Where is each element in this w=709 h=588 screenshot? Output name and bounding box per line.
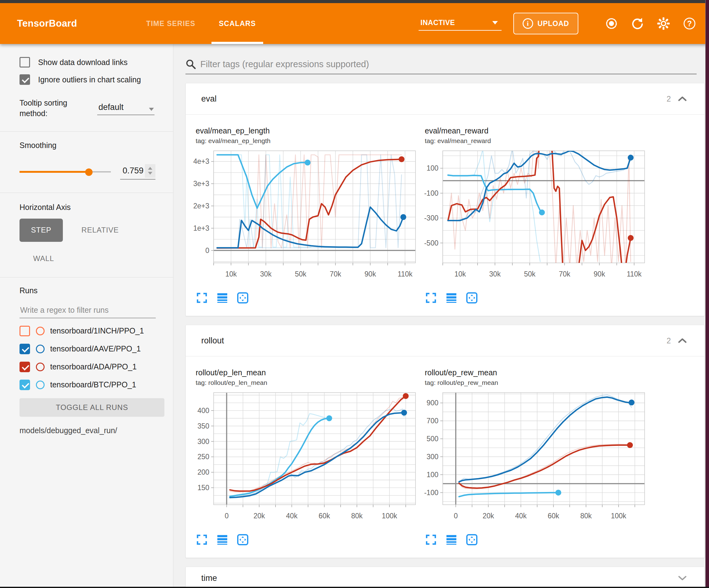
svg-text:50k: 50k <box>295 270 307 278</box>
runs-list: tensorboard/1INCH/PPO_1 tensorboard/AAVE… <box>20 326 164 390</box>
chevron-up-icon[interactable] <box>678 96 687 102</box>
expand-chart-icon[interactable] <box>425 534 437 546</box>
svg-text:200: 200 <box>198 468 209 476</box>
spinner-down-icon[interactable] <box>148 172 152 175</box>
settings-sidebar: Show data download links Ignore outliers… <box>0 44 174 588</box>
settings-gear-icon[interactable] <box>656 17 671 31</box>
expand-chart-icon[interactable] <box>425 292 437 304</box>
fit-domain-icon[interactable] <box>466 534 478 546</box>
svg-text:40k: 40k <box>286 512 298 520</box>
checkbox-unchecked[interactable] <box>20 57 30 68</box>
line-chart[interactable]: 10k30k50k70k90k110k100-100-300-500 <box>419 149 648 290</box>
chart-title: rollout/ep_len_mean <box>196 368 419 377</box>
svg-text:90k: 90k <box>364 270 376 278</box>
chart-card-eval-mean-reward: eval/mean_reward tag: eval/mean_reward 1… <box>419 126 648 307</box>
upload-button[interactable]: UPLOAD <box>513 13 578 34</box>
svg-text:500: 500 <box>427 435 439 443</box>
expand-chart-icon[interactable] <box>196 292 208 304</box>
show-download-links-checkbox[interactable]: Show data download links <box>20 57 164 68</box>
svg-text:60k: 60k <box>548 512 559 520</box>
smoothing-label: Smoothing <box>20 141 164 150</box>
tag-filter[interactable] <box>185 59 697 74</box>
chart-title: eval/mean_ep_length <box>196 126 419 135</box>
svg-text:250: 250 <box>198 453 209 461</box>
section-header-rollout[interactable]: rollout 2 <box>186 325 704 356</box>
section-card-time[interactable]: time <box>185 567 705 588</box>
app-header: TensorBoard TIME SERIES SCALARS INACTIVE… <box>0 3 709 44</box>
data-rows-icon[interactable] <box>216 534 229 546</box>
tab-bar: TIME SERIES SCALARS <box>134 3 267 44</box>
runs-label: Runs <box>20 286 164 295</box>
data-rows-icon[interactable] <box>445 534 457 546</box>
tab-scalars[interactable]: SCALARS <box>207 3 268 44</box>
line-chart[interactable]: 10k30k50k70k90k110k01e+32e+33e+34e+3 <box>189 149 419 290</box>
help-icon[interactable] <box>682 17 697 31</box>
chart-tag: tag: eval/mean_ep_length <box>196 137 419 145</box>
main-content: eval 2 eval/mean_ep_length tag: eval/mea… <box>174 44 705 588</box>
ignore-outliers-checkbox[interactable]: Ignore outliers in chart scaling <box>20 74 164 85</box>
refresh-icon[interactable] <box>630 17 645 31</box>
svg-text:2e+3: 2e+3 <box>193 202 209 210</box>
chevron-down-icon[interactable] <box>678 575 687 581</box>
section-count: 2 <box>666 95 671 103</box>
data-rows-icon[interactable] <box>216 292 229 304</box>
section-header-eval[interactable]: eval 2 <box>186 83 704 114</box>
chart-card-eval-mean-ep-length: eval/mean_ep_length tag: eval/mean_ep_le… <box>189 126 419 307</box>
svg-text:150: 150 <box>198 484 209 492</box>
svg-text:900: 900 <box>427 399 439 407</box>
slider-thumb[interactable] <box>85 169 93 176</box>
chart-title: eval/mean_reward <box>425 126 648 135</box>
upload-status-dropdown[interactable]: INACTIVE <box>419 17 502 31</box>
svg-text:1e+3: 1e+3 <box>193 224 209 232</box>
chart-tag: tag: rollout/ep_len_mean <box>196 379 419 386</box>
run-row-1inch[interactable]: tensorboard/1INCH/PPO_1 <box>20 326 164 336</box>
svg-text:10k: 10k <box>454 270 466 278</box>
line-chart[interactable]: 020k40k60k80k100k900700500300100-100 <box>419 391 648 532</box>
smoothing-value-field[interactable]: 0.759 <box>120 164 155 180</box>
line-chart[interactable]: 020k40k60k80k100k150200250300350400 <box>189 391 419 532</box>
run-color-circle-icon <box>36 381 45 389</box>
spinner-up-icon[interactable] <box>148 167 152 170</box>
svg-text:100: 100 <box>427 471 439 479</box>
svg-text:300: 300 <box>427 453 439 461</box>
run-checkbox[interactable] <box>20 362 30 372</box>
svg-text:70k: 70k <box>330 270 341 278</box>
runs-filter-input[interactable] <box>20 304 156 318</box>
run-row-aave[interactable]: tensorboard/AAVE/PPO_1 <box>20 344 164 354</box>
toggle-all-runs-button[interactable]: TOGGLE ALL RUNS <box>20 398 164 417</box>
chevron-up-icon[interactable] <box>678 337 687 344</box>
window-right-edge <box>705 0 709 588</box>
search-icon <box>185 59 196 69</box>
number-spinner[interactable] <box>145 164 155 178</box>
chart-title: rollout/ep_rew_mean <box>425 368 648 377</box>
svg-text:100: 100 <box>427 164 439 172</box>
run-checkbox[interactable] <box>20 380 30 390</box>
checkbox-checked[interactable] <box>20 74 30 85</box>
run-row-btc[interactable]: tensorboard/BTC/PPO_1 <box>20 380 164 390</box>
run-checkbox[interactable] <box>20 326 30 336</box>
svg-text:350: 350 <box>198 422 209 430</box>
chart-card-rollout-ep-rew-mean: rollout/ep_rew_mean tag: rollout/ep_rew_… <box>419 368 648 548</box>
data-rows-icon[interactable] <box>445 292 457 304</box>
smoothing-slider[interactable] <box>20 169 111 175</box>
section-card-rollout: rollout 2 rollout/ep_len_mean tag: rollo… <box>185 325 705 558</box>
svg-text:4e+3: 4e+3 <box>193 157 209 165</box>
tooltip-sorting-label: Tooltip sorting method: <box>20 98 89 119</box>
axis-step-button[interactable]: STEP <box>20 219 63 242</box>
svg-text:-100: -100 <box>424 489 439 497</box>
expand-chart-icon[interactable] <box>196 534 208 546</box>
fit-domain-icon[interactable] <box>237 292 249 304</box>
brightness-icon[interactable] <box>604 17 619 31</box>
axis-wall-button[interactable]: WALL <box>33 254 54 263</box>
svg-text:110k: 110k <box>627 270 642 278</box>
svg-text:70k: 70k <box>559 270 571 278</box>
tag-filter-input[interactable] <box>200 59 697 69</box>
run-checkbox[interactable] <box>20 344 30 354</box>
tab-time-series[interactable]: TIME SERIES <box>134 3 207 44</box>
fit-domain-icon[interactable] <box>237 534 249 546</box>
run-row-ada[interactable]: tensorboard/ADA/PPO_1 <box>20 362 164 372</box>
axis-relative-button[interactable]: RELATIVE <box>81 226 119 234</box>
svg-text:20k: 20k <box>254 512 265 520</box>
fit-domain-icon[interactable] <box>466 292 478 304</box>
tooltip-sorting-select[interactable]: default <box>97 101 155 115</box>
